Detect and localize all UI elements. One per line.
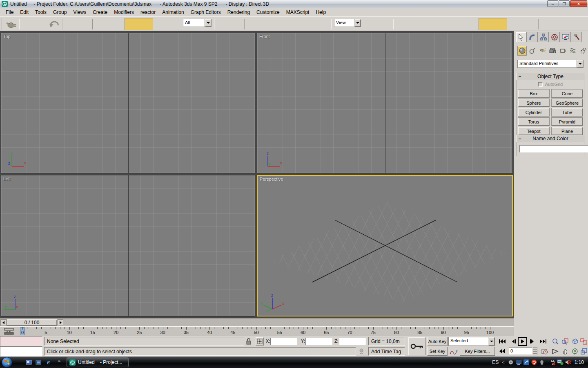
- create-cylinder-button[interactable]: Cylinder: [518, 108, 549, 116]
- create-torus-button[interactable]: Torus: [518, 118, 549, 126]
- key-mode-dropdown[interactable]: Selected: [448, 337, 495, 346]
- language-indicator[interactable]: ES: [492, 359, 499, 365]
- menu-modifiers[interactable]: Modifiers: [111, 9, 137, 16]
- create-plane-button[interactable]: Plane: [552, 127, 583, 135]
- create-teapot-button[interactable]: Teapot: [518, 127, 549, 135]
- frame-spinner[interactable]: [533, 347, 537, 355]
- menu-create[interactable]: Create: [89, 9, 111, 16]
- create-tube-button[interactable]: Tube: [552, 108, 583, 116]
- auto-key-button[interactable]: Auto Key: [427, 337, 448, 346]
- menu-customize[interactable]: Customize: [253, 9, 283, 16]
- maxscript-listener-pink[interactable]: [0, 336, 42, 346]
- create-pyramid-button[interactable]: Pyramid: [552, 118, 583, 126]
- set-key-button[interactable]: Set Key: [427, 347, 448, 356]
- tray-expand-chevron[interactable]: <: [502, 360, 504, 365]
- close-button[interactable]: ×: [570, 0, 587, 7]
- tab-display[interactable]: [560, 32, 571, 42]
- show-desktop-icon[interactable]: [25, 359, 32, 366]
- key-mode-toggle-button[interactable]: [497, 347, 507, 356]
- toolbar-handle[interactable]: [1, 18, 2, 30]
- arc-rotate-button[interactable]: [570, 347, 579, 356]
- maximize-viewport-toggle-button[interactable]: [579, 347, 588, 356]
- dropdown-arrow-button[interactable]: [488, 337, 494, 346]
- add-time-tag-field[interactable]: Add Time Tag: [368, 347, 405, 356]
- primitives-category-dropdown[interactable]: Standard Primitives: [517, 60, 584, 68]
- spinner-up-icon[interactable]: [533, 347, 537, 351]
- autogrid-checkbox[interactable]: [538, 82, 543, 87]
- tab-motion[interactable]: [549, 32, 560, 42]
- menu-help[interactable]: Help: [312, 9, 329, 16]
- switch-windows-icon[interactable]: [35, 359, 42, 366]
- zoom-all-button[interactable]: [560, 337, 570, 346]
- viewport-label[interactable]: Perspective: [260, 177, 283, 182]
- teapot-help-icon[interactable]: [6, 19, 17, 29]
- current-frame-input[interactable]: [509, 347, 532, 355]
- start-button[interactable]: [2, 357, 12, 368]
- viewport-label[interactable]: Top: [3, 34, 11, 39]
- object-type-rollout-header[interactable]: – Object Type: [517, 73, 584, 80]
- time-slider-track[interactable]: 0 / 100: [0, 318, 514, 326]
- pan-button[interactable]: [560, 347, 570, 356]
- go-to-start-button[interactable]: [497, 337, 507, 346]
- undo-icon[interactable]: [48, 19, 60, 29]
- category-geometry[interactable]: [517, 46, 527, 56]
- time-configuration-button[interactable]: [540, 347, 550, 356]
- menu-group[interactable]: Group: [50, 9, 70, 16]
- menu-animation[interactable]: Animation: [159, 9, 187, 16]
- toolbar-highlight-button-2[interactable]: [479, 18, 507, 30]
- toolbar-highlight-button-1[interactable]: [125, 18, 153, 30]
- name-color-rollout-header[interactable]: – Name and Color: [517, 135, 584, 142]
- menu-edit[interactable]: Edit: [17, 9, 32, 16]
- menu-tools[interactable]: Tools: [32, 9, 50, 16]
- create-box-button[interactable]: Box: [518, 90, 549, 97]
- dropdown-arrow-button[interactable]: [354, 19, 361, 27]
- viewport-top[interactable]: Top y x z: [1, 33, 255, 173]
- menu-rendering[interactable]: Rendering: [224, 9, 253, 16]
- viewport-front[interactable]: Front z x y: [257, 33, 513, 173]
- power-icon[interactable]: [549, 359, 556, 366]
- tray-icon-sync[interactable]: [531, 359, 538, 366]
- dropdown-arrow-button[interactable]: [577, 60, 583, 67]
- category-helpers[interactable]: [558, 46, 568, 56]
- minimize-button[interactable]: –: [547, 0, 558, 7]
- menu-maxscript[interactable]: MAXScript: [283, 9, 313, 16]
- taskbar-task-button[interactable]: Untitled - Project...: [67, 357, 129, 367]
- category-cameras[interactable]: [548, 46, 557, 56]
- viewport-perspective[interactable]: Perspective z x y: [257, 175, 513, 316]
- tab-create[interactable]: [516, 32, 527, 42]
- selection-lock-icon[interactable]: [246, 338, 252, 345]
- next-frame-button[interactable]: [528, 337, 537, 346]
- z-coord-input[interactable]: [339, 338, 366, 345]
- tray-icon-graphics[interactable]: [539, 359, 546, 366]
- menu-file[interactable]: File: [2, 9, 17, 16]
- viewport-label[interactable]: Front: [259, 34, 270, 39]
- zoom-extents-button[interactable]: [570, 337, 579, 346]
- network-icon[interactable]: [557, 359, 564, 366]
- track-bar-ruler[interactable]: 0510152025303540455055606570758085909510…: [0, 327, 514, 337]
- menu-views[interactable]: Views: [70, 9, 89, 16]
- create-cone-button[interactable]: Cone: [552, 90, 583, 97]
- time-slider-next-button[interactable]: [58, 319, 63, 326]
- play-button[interactable]: [518, 337, 527, 346]
- zoom-extents-all-button[interactable]: [579, 337, 588, 346]
- category-systems[interactable]: [579, 46, 588, 56]
- maxscript-listener-white[interactable]: [0, 346, 42, 357]
- tab-hierarchy[interactable]: [538, 32, 549, 42]
- taskbar-clock[interactable]: 1:10: [575, 359, 584, 365]
- maximize-button[interactable]: [559, 0, 570, 7]
- field-of-view-button[interactable]: [550, 347, 560, 356]
- tray-icon-gear[interactable]: [508, 359, 514, 366]
- x-coord-input[interactable]: [270, 338, 297, 345]
- internet-explorer-icon[interactable]: e: [45, 359, 52, 366]
- volume-muted-icon[interactable]: [565, 359, 572, 366]
- quick-launch-overflow[interactable]: »: [58, 359, 60, 364]
- absolute-mode-button[interactable]: [256, 337, 264, 346]
- category-spacewarps-icon[interactable]: [568, 46, 578, 56]
- zoom-button[interactable]: [550, 337, 560, 346]
- track-bar[interactable]: 0510152025303540455055606570758085909510…: [0, 326, 514, 336]
- tab-utilities[interactable]: [571, 32, 582, 42]
- viewport-label[interactable]: Left: [3, 176, 11, 181]
- category-lights[interactable]: [538, 46, 547, 56]
- time-slider-button[interactable]: 0 / 100: [7, 319, 57, 326]
- create-geosphere-button[interactable]: GeoSphere: [552, 99, 583, 107]
